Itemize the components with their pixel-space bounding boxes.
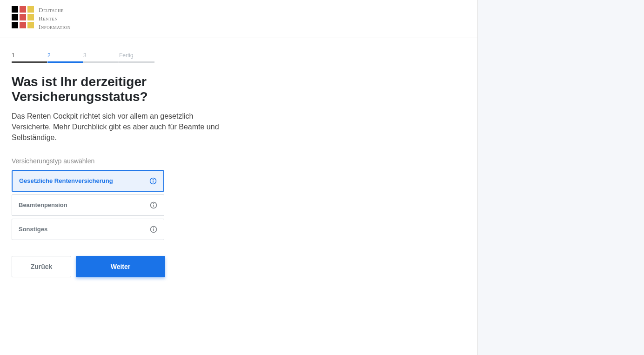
header: Deutsche Renten Information xyxy=(0,0,477,38)
info-icon[interactable] xyxy=(150,201,157,209)
page-title: Was ist Ihr derzeitiger Versicherungssta… xyxy=(12,74,221,104)
logo-line-3: Information xyxy=(39,23,71,31)
step-bar xyxy=(83,61,119,63)
svg-rect-1 xyxy=(153,179,154,180)
insurance-type-options: Gesetzliche Rentenversicherung Beamtenpe… xyxy=(12,170,164,240)
page-subtitle: Das Renten Cockpit richtet sich vor alle… xyxy=(12,111,221,143)
flag-icon xyxy=(12,6,34,28)
svg-rect-7 xyxy=(153,228,154,228)
step-bar xyxy=(47,61,83,63)
progress-steps: 123Fertig xyxy=(12,52,221,63)
step-1[interactable]: 1 xyxy=(12,52,47,63)
side-panel xyxy=(478,0,644,355)
field-label: Versicherungstyp auswählen xyxy=(12,157,221,165)
logo-line-2: Renten xyxy=(39,14,71,23)
back-button[interactable]: Zurück xyxy=(12,256,71,277)
step-2[interactable]: 2 xyxy=(47,52,83,63)
step-bar xyxy=(119,61,154,63)
step-label: Fertig xyxy=(119,52,154,61)
step-label: 2 xyxy=(47,52,83,61)
insurance-option-0[interactable]: Gesetzliche Rentenversicherung xyxy=(12,170,164,192)
logo: Deutsche Renten Information xyxy=(12,6,71,32)
logo-line-1: Deutsche xyxy=(39,6,71,14)
step-bar xyxy=(12,61,47,63)
svg-rect-4 xyxy=(153,203,154,204)
info-icon[interactable] xyxy=(150,226,157,233)
step-label: 1 xyxy=(12,52,47,61)
option-label: Sonstiges xyxy=(19,226,47,233)
step-4[interactable]: Fertig xyxy=(119,52,154,63)
nav-buttons: Zurück Weiter xyxy=(12,256,221,277)
next-button[interactable]: Weiter xyxy=(76,256,165,277)
insurance-option-2[interactable]: Sonstiges xyxy=(12,219,164,240)
wizard-content: 123Fertig Was ist Ihr derzeitiger Versic… xyxy=(0,38,233,291)
option-label: Beamtenpension xyxy=(19,201,67,208)
option-label: Gesetzliche Rentenversicherung xyxy=(19,177,113,184)
info-icon[interactable] xyxy=(149,177,157,185)
step-3[interactable]: 3 xyxy=(83,52,119,63)
insurance-option-1[interactable]: Beamtenpension xyxy=(12,194,164,216)
logo-text: Deutsche Renten Information xyxy=(39,6,71,32)
main-panel: Deutsche Renten Information 123Fertig Wa… xyxy=(0,0,478,355)
step-label: 3 xyxy=(83,52,119,61)
